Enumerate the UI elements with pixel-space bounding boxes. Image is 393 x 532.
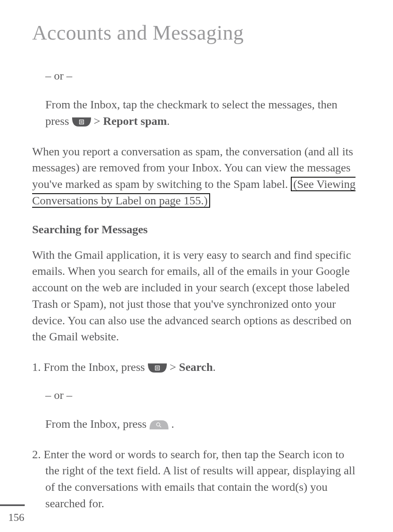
search-label: Search [179, 361, 213, 373]
report-spam-label: Report spam [103, 115, 167, 127]
text: > [94, 115, 103, 127]
page-title: Accounts and Messaging [32, 21, 361, 45]
step-2: 2. Enter the word or words to search for… [32, 446, 361, 512]
or-divider: – or – [45, 69, 361, 82]
step-1: 1. From the Inbox, press > Search. [32, 359, 361, 375]
text: . [167, 115, 170, 127]
menu-button-icon [72, 117, 91, 127]
text: From the Inbox, press [45, 417, 150, 430]
search-button-icon [150, 420, 168, 429]
menu-button-icon [148, 363, 167, 373]
step-1b: From the Inbox, press . [45, 416, 361, 432]
report-spam-instruction: From the Inbox, tap the checkmark to sel… [45, 96, 361, 129]
text: > [170, 361, 179, 373]
searching-heading: Searching for Messages [32, 223, 361, 236]
page-number: 156 [8, 511, 24, 524]
text: Enter the word or words to search for, t… [44, 448, 355, 510]
text: 1. From the Inbox, press [32, 361, 148, 373]
spam-explanation: When you report a conversation as spam, … [32, 143, 361, 209]
or-divider-2: – or – [45, 389, 361, 402]
text: . [213, 361, 215, 373]
searching-body: With the Gmail application, it is very e… [32, 247, 361, 345]
text: . [171, 417, 174, 430]
page-edge-tab [0, 504, 25, 506]
step-number: 2. [32, 448, 44, 461]
